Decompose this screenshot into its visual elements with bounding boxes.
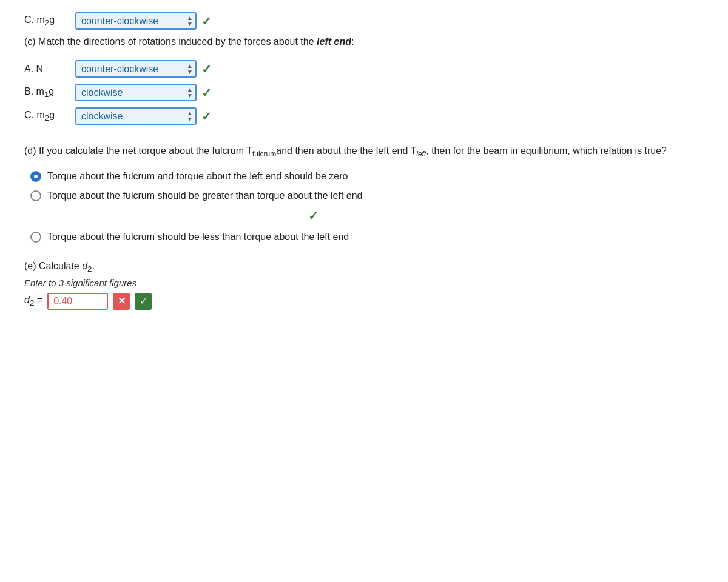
d2-italic: d <box>82 261 87 271</box>
select-wrap-c[interactable]: clockwise counter-clockwise ▲ ▼ <box>75 107 197 125</box>
select-c[interactable]: clockwise counter-clockwise <box>79 110 184 122</box>
select-b[interactable]: clockwise counter-clockwise <box>79 86 184 99</box>
d2-input[interactable] <box>47 293 108 310</box>
radio-group-d: Torque about the fulcrum and torque abou… <box>30 171 704 242</box>
submit-check-button[interactable]: ✓ <box>135 293 152 310</box>
label-c: C. m2g <box>24 110 73 122</box>
top-select-wrap[interactable]: counter-clockwise clockwise ▲ ▼ <box>75 12 197 30</box>
select-arrows-c: ▲ ▼ <box>187 110 193 122</box>
top-answer-row: C. m2g counter-clockwise clockwise ▲ ▼ ✓ <box>24 12 704 30</box>
radio-item-1[interactable]: Torque about the fulcrum and torque abou… <box>30 171 704 182</box>
section-d: (d) If you calculate the net torque abou… <box>24 143 704 242</box>
d2-sub: 2 <box>87 265 92 274</box>
c-sub: 2 <box>45 113 49 122</box>
left-sub: left <box>416 150 426 158</box>
fulcrum-sub: fulcrum <box>252 150 276 158</box>
answer-row-b: B. m1g clockwise counter-clockwise ▲ ▼ ✓ <box>24 84 704 101</box>
calc-note-text: Enter to 3 significant figures <box>24 278 136 288</box>
left-end-bold: left end <box>317 36 351 47</box>
d2-label: d2 = <box>24 295 42 307</box>
radio-circle-1[interactable] <box>30 171 41 182</box>
clear-button[interactable]: ✕ <box>113 293 130 310</box>
section-e-title-text: (e) Calculate d2. <box>24 261 95 271</box>
select-a[interactable]: counter-clockwise clockwise <box>79 62 184 75</box>
calc-note: Enter to 3 significant figures <box>24 278 704 288</box>
top-check-icon: ✓ <box>201 14 212 28</box>
radio-label-3: Torque about the fulcrum should be less … <box>47 232 349 242</box>
calc-row: d2 = ✕ ✓ <box>24 293 704 310</box>
top-select-arrows: ▲ ▼ <box>187 15 193 27</box>
radio-item-2[interactable]: Torque about the fulcrum should be great… <box>30 190 704 223</box>
label-b: B. m1g <box>24 86 73 99</box>
section-c-title: (c) Match the directions of rotations in… <box>24 35 704 49</box>
answer-row-c: C. m2g clockwise counter-clockwise ▲ ▼ ✓ <box>24 107 704 125</box>
radio-circle-3[interactable] <box>30 232 41 242</box>
section-c-title-text: (c) Match the directions of rotations in… <box>24 36 354 47</box>
radio-label-1: Torque about the fulcrum and torque abou… <box>47 171 348 182</box>
select-wrap-a[interactable]: counter-clockwise clockwise ▲ ▼ <box>75 60 197 78</box>
check-c: ✓ <box>201 109 212 124</box>
top-sub: 2 <box>45 18 49 27</box>
radio-label-2: Torque about the fulcrum should be great… <box>47 190 362 201</box>
section-d-title: (d) If you calculate the net torque abou… <box>24 143 704 160</box>
select-arrows-b: ▲ ▼ <box>187 87 193 99</box>
section-e: (e) Calculate d2. Enter to 3 significant… <box>24 261 704 309</box>
section-e-title: (e) Calculate d2. <box>24 261 704 273</box>
check-a: ✓ <box>201 62 212 76</box>
section-c: (c) Match the directions of rotations in… <box>24 35 704 125</box>
b-sub: 1 <box>44 90 49 99</box>
check-option-2: ✓ <box>308 209 318 222</box>
label-a: A. N <box>24 64 73 75</box>
select-wrap-b[interactable]: clockwise counter-clockwise ▲ ▼ <box>75 84 197 101</box>
top-select[interactable]: counter-clockwise clockwise <box>79 15 184 27</box>
radio-item-3[interactable]: Torque about the fulcrum should be less … <box>30 232 704 242</box>
section-d-text: (d) If you calculate the net torque abou… <box>24 146 667 156</box>
check-b: ✓ <box>201 85 212 100</box>
radio-circle-2[interactable] <box>30 190 41 201</box>
top-label: C. m2g <box>24 15 73 27</box>
select-arrows-a: ▲ ▼ <box>187 63 193 75</box>
answer-row-a: A. N counter-clockwise clockwise ▲ ▼ ✓ <box>24 60 704 78</box>
